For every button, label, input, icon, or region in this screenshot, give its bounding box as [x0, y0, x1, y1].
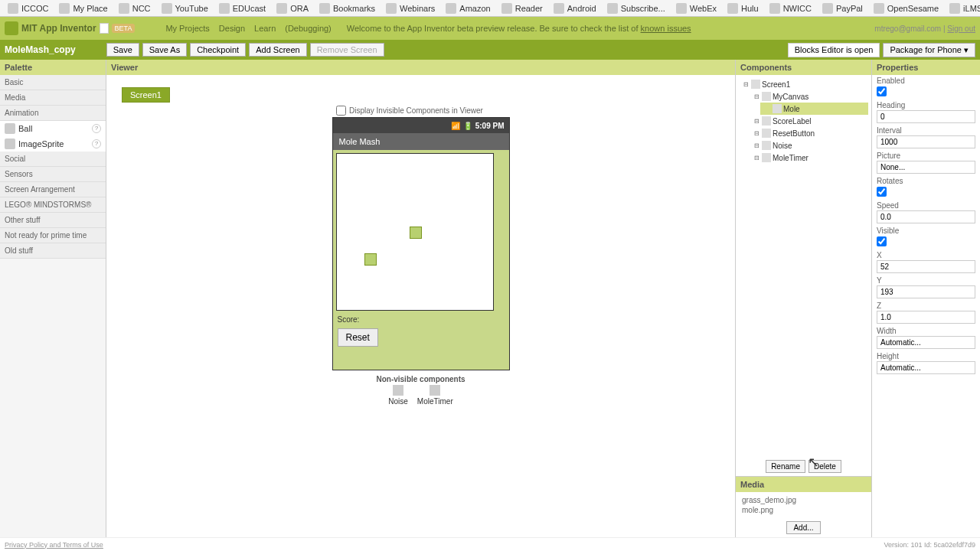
reset-button[interactable]: Reset — [338, 328, 378, 347]
nav-my-projects[interactable]: My Projects — [165, 24, 209, 33]
sprite-mole[interactable] — [364, 253, 377, 266]
rename-button[interactable]: Rename — [766, 460, 805, 473]
imagesprite-icon — [5, 139, 15, 149]
bookmark-item[interactable]: Reader — [497, 2, 547, 15]
favicon-icon — [119, 3, 129, 14]
nav-learn[interactable]: Learn — [254, 24, 276, 33]
prop-input[interactable] — [877, 210, 975, 223]
add-screen-button[interactable]: Add Screen — [249, 43, 306, 57]
palette-cat-other[interactable]: Other stuff — [0, 213, 106, 228]
blocks-editor-status[interactable]: Blocks Editor is open — [788, 43, 880, 57]
prop-input[interactable] — [877, 161, 975, 174]
bookmark-item[interactable]: Bookmarks — [315, 2, 380, 15]
help-icon[interactable]: ? — [92, 139, 101, 148]
bookmark-item[interactable]: NWICC — [765, 2, 816, 15]
nav-design[interactable]: Design — [219, 24, 245, 33]
media-list: grass_demo.jpg mole.png — [736, 492, 871, 518]
tree-item-scorelabel[interactable]: ⊟ScoreLabel — [750, 115, 868, 127]
palette-cat-animation[interactable]: Animation — [0, 106, 106, 121]
bookmark-item[interactable]: YouTube — [157, 2, 213, 15]
app-title-bar: Mole Mash — [333, 133, 509, 150]
prop-input[interactable] — [877, 110, 975, 123]
media-file[interactable]: mole.png — [742, 505, 865, 515]
palette-cat-lego[interactable]: LEGO® MINDSTORMS® — [0, 197, 106, 213]
checkpoint-button[interactable]: Checkpoint — [190, 43, 246, 57]
prop-input[interactable] — [877, 135, 975, 148]
sprite-1[interactable] — [410, 227, 422, 239]
favicon-icon — [949, 3, 960, 14]
bookmark-item[interactable]: PayPal — [818, 2, 867, 15]
media-file[interactable]: grass_demo.jpg — [742, 495, 865, 505]
component-icon — [762, 141, 771, 150]
project-name: MoleMash_copy — [5, 44, 76, 55]
display-invisible-checkbox[interactable] — [336, 106, 346, 116]
tree-item-screen1[interactable]: ⊟Screen1 — [739, 78, 868, 90]
prop-input[interactable] — [877, 311, 975, 324]
save-button[interactable]: Save — [106, 43, 139, 57]
bookmark-item[interactable]: ICCOC — [3, 2, 53, 15]
palette-item-ball[interactable]: Ball ? — [0, 121, 106, 136]
favicon-icon — [446, 3, 456, 14]
known-issues-link[interactable]: known issues — [641, 24, 691, 33]
prop-input[interactable] — [877, 285, 975, 298]
bookmark-item[interactable]: Amazon — [441, 2, 495, 15]
palette-cat-notready[interactable]: Not ready for prime time — [0, 228, 106, 243]
project-bar: MoleMash_copy Save Save As Checkpoint Ad… — [0, 40, 980, 60]
save-as-button[interactable]: Save As — [142, 43, 187, 57]
welcome-text: Welcome to the App Inventor beta preview… — [347, 24, 691, 33]
prop-input[interactable] — [877, 361, 975, 374]
favicon-icon — [676, 3, 687, 14]
bookmark-item[interactable]: EDUcast — [214, 2, 270, 15]
bookmark-item[interactable]: WebEx — [671, 2, 721, 15]
bookmark-item[interactable]: Hulu — [723, 2, 763, 15]
help-icon[interactable]: ? — [92, 124, 101, 133]
canvas-area[interactable] — [336, 153, 494, 311]
screen-tab[interactable]: Screen1 — [122, 87, 170, 103]
prop-enabled: Enabled — [872, 75, 980, 99]
version-text: Version: 101 Id: 5ca02efdf7d9 — [884, 541, 975, 549]
palette-cat-social[interactable]: Social — [0, 152, 106, 167]
footer: Privacy Policy and Terms of Use Version:… — [0, 537, 980, 551]
prop-checkbox[interactable] — [877, 86, 887, 96]
toolbar-buttons: Save Save As Checkpoint Add Screen Remov… — [106, 43, 384, 57]
signout-link[interactable]: Sign out — [947, 24, 975, 33]
palette-cat-screen[interactable]: Screen Arrangement — [0, 182, 106, 197]
nonvisible-moletimer[interactable]: MoleTimer — [417, 385, 453, 406]
tree-item-noise[interactable]: ⊟Noise — [750, 139, 868, 152]
bookmark-item[interactable]: Android — [549, 2, 601, 15]
score-label: Score: — [333, 314, 509, 325]
bookmark-item[interactable]: Webinars — [381, 2, 439, 15]
prop-checkbox[interactable] — [877, 187, 887, 197]
component-icon — [751, 80, 760, 89]
nav-debugging[interactable]: (Debugging) — [285, 24, 332, 33]
package-phone-button[interactable]: Package for Phone ▾ — [883, 43, 975, 57]
add-media-button[interactable]: Add... — [786, 521, 820, 534]
tree-item-moletimer[interactable]: ⊟MoleTimer — [750, 152, 868, 164]
tree-item-mycanvas[interactable]: ⊟MyCanvas — [750, 90, 868, 103]
prop-y: Y — [872, 275, 980, 300]
prop-input[interactable] — [877, 336, 975, 349]
privacy-link[interactable]: Privacy Policy and Terms of Use — [5, 541, 103, 549]
bookmark-item[interactable]: iLMS — [945, 2, 980, 15]
prop-z: Z — [872, 300, 980, 325]
bookmark-item[interactable]: ORA — [272, 2, 313, 15]
user-email: mtrego@gmail.com — [874, 24, 941, 33]
palette-cat-basic[interactable]: Basic — [0, 75, 106, 90]
tree-item-mole[interactable]: Mole — [760, 103, 868, 115]
prop-checkbox[interactable] — [877, 236, 887, 246]
bookmark-item[interactable]: NCC — [114, 2, 155, 15]
nonvisible-noise[interactable]: Noise — [388, 385, 408, 406]
palette-cat-sensors[interactable]: Sensors — [0, 167, 106, 182]
remove-screen-button[interactable]: Remove Screen — [310, 43, 384, 57]
tree-item-resetbutton[interactable]: ⊟ResetButton — [750, 127, 868, 139]
bookmark-item[interactable]: OpenSesame — [869, 2, 943, 15]
palette-cat-media[interactable]: Media — [0, 90, 106, 106]
bookmark-item[interactable]: My Place — [54, 2, 112, 15]
prop-input[interactable] — [877, 260, 975, 273]
palette-item-imagesprite[interactable]: ImageSprite ? — [0, 136, 106, 152]
delete-button[interactable]: Delete — [808, 460, 841, 473]
display-invisible-check[interactable]: Display Invisible Components in Viewer — [336, 106, 720, 116]
bookmark-item[interactable]: Subscribe... — [603, 2, 670, 15]
palette-cat-old[interactable]: Old stuff — [0, 243, 106, 259]
favicon-icon — [386, 3, 397, 14]
